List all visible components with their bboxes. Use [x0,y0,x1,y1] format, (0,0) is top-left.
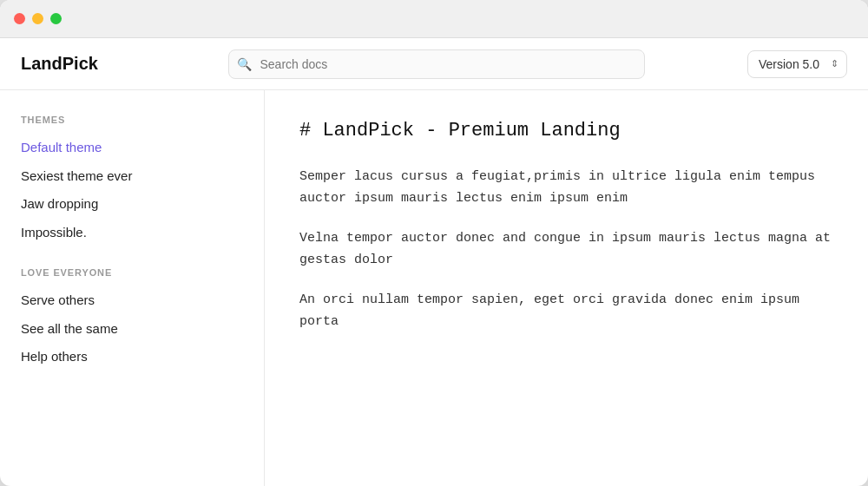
sidebar-section-themes: THEMES Default theme Sexiest theme ever … [21,115,243,246]
content-paragraph-2: Velna tempor auctor donec and congue in … [299,227,833,272]
main-area: THEMES Default theme Sexiest theme ever … [0,90,868,486]
sidebar-section-love-everyone: LOVE EVERYONE Serve others See all the s… [21,267,243,371]
sidebar-item-default-theme[interactable]: Default theme [21,134,243,162]
sidebar-item-impossible[interactable]: Impossible. [21,219,243,247]
sidebar: THEMES Default theme Sexiest theme ever … [0,90,265,486]
sidebar-item-sexiest-theme[interactable]: Sexiest theme ever [21,162,243,191]
search-bar: 🔍 [228,49,645,79]
version-select[interactable]: Version 5.0 Version 4.0 Version 3.0 [747,50,847,78]
close-button[interactable] [14,13,25,24]
content-paragraph-1: Semper lacus cursus a feugiat,primis in … [299,166,833,210]
version-selector-wrapper: Version 5.0 Version 4.0 Version 3.0 [747,50,847,78]
content-area: # LandPick - Premium Landing Semper lacu… [265,90,868,486]
sidebar-section-label-themes: THEMES [21,115,243,125]
search-icon: 🔍 [237,57,252,71]
titlebar [0,0,868,38]
sidebar-item-see-all[interactable]: See all the same [21,315,243,344]
sidebar-item-jaw-dropping[interactable]: Jaw dropping [21,190,243,219]
app-window: LandPick 🔍 Version 5.0 Version 4.0 Versi… [0,0,868,486]
search-input[interactable] [228,49,645,79]
sidebar-section-label-love: LOVE EVERYONE [21,267,243,278]
header: LandPick 🔍 Version 5.0 Version 4.0 Versi… [0,38,868,90]
maximize-button[interactable] [50,13,62,24]
content-paragraph-3: An orci nullam tempor sapien, eget orci … [299,289,833,333]
content-heading: # LandPick - Premium Landing [299,118,833,145]
sidebar-item-help-others[interactable]: Help others [21,343,243,371]
traffic-lights [14,13,62,24]
minimize-button[interactable] [32,13,43,24]
sidebar-item-serve-others[interactable]: Serve others [21,286,243,315]
logo: LandPick [21,54,125,74]
